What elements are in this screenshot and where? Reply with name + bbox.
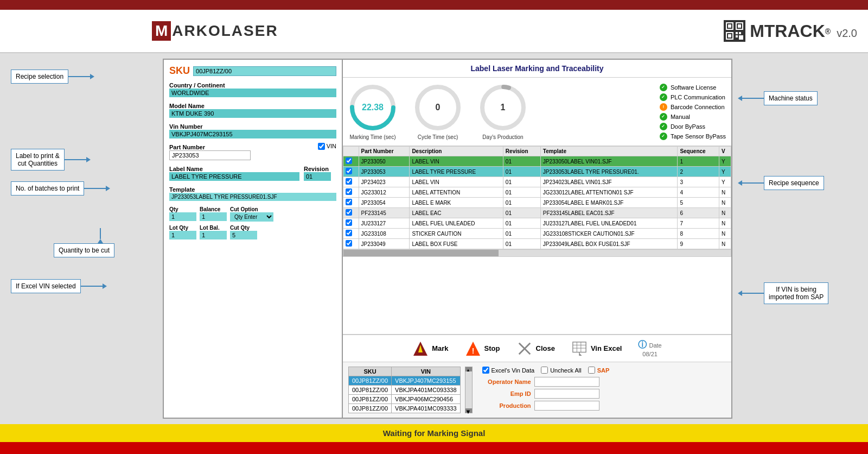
uncheck-all-checkbox[interactable] [541, 367, 548, 374]
status-dot-barcode: ! [660, 103, 667, 111]
td-check [343, 167, 359, 177]
row-checkbox[interactable] [346, 168, 352, 174]
td-rev: 01 [503, 218, 540, 229]
table-scrollbar[interactable] [343, 249, 731, 257]
info-icon: ⓘ [638, 339, 647, 351]
th-desc: Description [410, 147, 503, 156]
vin-checkbox[interactable] [318, 143, 325, 150]
vin-excel-label: Vin Excel [591, 344, 622, 352]
mark-button[interactable]: Mark [412, 340, 448, 357]
operator-name-input[interactable] [534, 377, 599, 387]
vin-input[interactable] [169, 130, 336, 138]
recipe-table: Part Number Description Revision Templat… [343, 146, 731, 249]
sku-input[interactable] [193, 66, 336, 76]
status-list: ✓ Software License ✓ PLC Communication !… [660, 84, 726, 140]
close-icon [516, 340, 533, 357]
qty-cut-box: Quantity to be cut [54, 243, 114, 257]
row-checkbox[interactable] [346, 240, 352, 247]
left-annotations: Recipe selection Label to print &cut Qua… [11, 59, 157, 419]
svg-rect-5 [738, 24, 741, 28]
batches-box: No. of batches to print [11, 181, 84, 196]
revision-input[interactable] [304, 172, 331, 181]
vin-scrollbar[interactable]: ▲ ▼ [465, 367, 473, 413]
vin-td-sku: 00JP81ZZ/00 [349, 404, 392, 413]
operator-name-label: Operator Name [482, 379, 531, 385]
td-desc: LABEL BOX FUSE [410, 239, 503, 249]
status-dot-door: ✓ [660, 123, 667, 130]
td-desc: STICKER CAUTION [410, 229, 503, 239]
th-check [343, 147, 359, 156]
lot-qty-input[interactable] [169, 231, 196, 239]
td-desc: LABEL ATTENTION [410, 187, 503, 198]
gauge-value-1: 22.38 [362, 103, 384, 112]
qty-row: Qty Balance Cut Option Qty Enter Auto [169, 206, 336, 222]
row-checkbox[interactable] [346, 219, 352, 226]
lot-bal-input[interactable] [200, 231, 227, 239]
td-part: JP233053 [359, 167, 410, 177]
part-field: Part Number VIN [169, 142, 336, 160]
row-checkbox[interactable] [346, 209, 352, 216]
emp-id-input[interactable] [534, 389, 599, 399]
status-dot-tape: ✓ [660, 133, 667, 140]
vin-table-section: SKU VIN 00JP81ZZ/00 VBKJPJ407MC293155 [348, 367, 461, 413]
cut-option-select[interactable]: Qty Enter Auto [230, 212, 273, 222]
row-checkbox[interactable] [346, 230, 352, 236]
status-label-software: Software License [671, 84, 716, 91]
stop-button[interactable]: ! Stop [465, 340, 500, 357]
template-label: Template [169, 186, 336, 193]
qty-input[interactable] [169, 212, 196, 221]
td-v: N [719, 208, 731, 218]
vin-list-item[interactable]: 00JP81ZZ/00 VBKJPA401MC093338 [349, 386, 461, 395]
label-input[interactable] [169, 172, 299, 181]
part-input[interactable] [169, 150, 251, 160]
cut-qty-input[interactable] [230, 231, 257, 239]
td-seq: 6 [678, 208, 719, 218]
row-checkbox[interactable] [346, 199, 352, 205]
td-check [343, 218, 359, 229]
table-row: JU233127 LABEL FUEL UNLEADED 01 JU233127… [343, 218, 731, 229]
row-checkbox[interactable] [346, 178, 352, 185]
excel-vin-checkbox[interactable] [482, 367, 489, 374]
vin-list-item[interactable]: 00JP81ZZ/00 VBKJP406MC290456 [349, 395, 461, 404]
vin-excel-button[interactable]: Vin Excel [571, 340, 622, 357]
cut-option-block: Cut Option Qty Enter Auto [230, 206, 273, 222]
date-info: ⓘ Date 08/21 [638, 339, 661, 357]
row-checkbox[interactable] [346, 157, 352, 164]
country-input[interactable] [169, 89, 336, 97]
td-part: PF233145 [359, 208, 410, 218]
table-row: JP233053 LABEL TYRE PRESSURE 01 JP233053… [343, 167, 731, 177]
emp-id-label: Emp ID [482, 390, 531, 397]
lot-bal-block: Lot Bal. [200, 225, 227, 239]
vin-list-item[interactable]: 00JP81ZZ/00 VBKJPA401MC093333 [349, 404, 461, 413]
td-part: JG233012 [359, 187, 410, 198]
svg-rect-12 [739, 35, 743, 40]
date-label: Date [649, 342, 661, 349]
arrow-up-icon [98, 239, 103, 243]
machine-status-annotation: Machine status [738, 91, 857, 105]
svg-rect-11 [736, 35, 738, 37]
close-button[interactable]: Close [516, 340, 555, 357]
balance-input[interactable] [200, 212, 227, 221]
td-part: JP233049 [359, 239, 410, 249]
qty-block: Qty [169, 206, 196, 221]
cut-qty-header: Cut Qty [230, 225, 257, 231]
vin-options: Excel's Vin Data Uncheck All SAP [482, 367, 610, 413]
svg-rect-2 [728, 24, 731, 28]
balance-block: Balance [200, 206, 227, 221]
template-input[interactable] [169, 193, 336, 201]
table-header-row: Part Number Description Revision Templat… [343, 147, 731, 156]
vin-sap-box: If VIN is beingimported from SAP [764, 282, 828, 304]
td-rev: 01 [503, 167, 540, 177]
excel-vin-annotation: If Excel VIN selected [11, 279, 157, 293]
markolaser-logo: M ARKOLASER [152, 21, 278, 41]
row-checkbox[interactable] [346, 188, 352, 195]
arrow-line-qty [65, 159, 86, 160]
table-row: JP233049 LABEL BOX FUSE 01 JP233049LABEL… [343, 239, 731, 249]
production-input[interactable] [534, 401, 599, 411]
td-part: JP234023 [359, 177, 410, 187]
model-input[interactable] [169, 109, 336, 118]
vin-th-vin: VIN [392, 367, 461, 376]
vin-list-item[interactable]: 00JP81ZZ/00 VBKJPJ407MC293155 [349, 376, 461, 386]
sap-checkbox[interactable] [588, 367, 595, 374]
status-tape: ✓ Tape Sensor ByPass [660, 133, 726, 140]
